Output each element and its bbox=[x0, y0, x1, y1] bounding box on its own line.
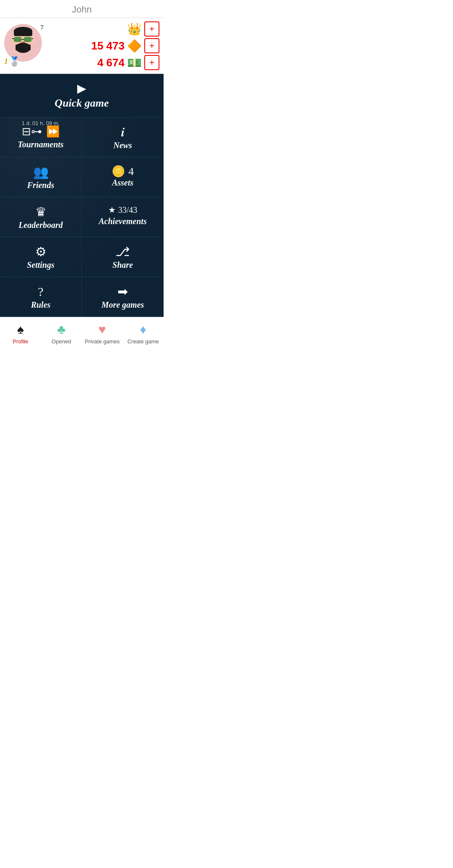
leaderboard-label: Leaderboard bbox=[18, 220, 63, 230]
tournaments-label: Tournaments bbox=[18, 140, 63, 149]
profile-bar: 7 1 🥈 👑 + 15 473 🔶 + 4 674 💵 + bbox=[0, 18, 164, 74]
bracket-icon: ⊟⊶ bbox=[22, 125, 42, 138]
gold-add-button[interactable]: + bbox=[144, 38, 159, 53]
star-icon: ★ bbox=[108, 205, 116, 215]
leaderboard-button[interactable]: ♛ Leaderboard bbox=[0, 197, 82, 237]
info-icon: 𝒊 bbox=[86, 125, 159, 139]
username: John bbox=[72, 4, 92, 15]
main-area: ▶ Quick game 1 d. 01 h. 09 m. ⊟⊶ ⏩ Tourn… bbox=[0, 74, 164, 317]
achievements-button[interactable]: ★ 33/43 Achievements bbox=[82, 197, 164, 237]
achievements-label: Achievements bbox=[99, 217, 146, 226]
share-label: Share bbox=[112, 260, 133, 269]
gold-row: 15 473 🔶 + bbox=[45, 38, 159, 53]
rules-label: Rules bbox=[31, 300, 51, 309]
chips-icon: 🪙 bbox=[112, 165, 125, 178]
bottom-nav: ♠ Profile ♣ Opened ♥ Private games ♦ Cre… bbox=[0, 317, 164, 350]
assets-button[interactable]: 🪙 4 Assets bbox=[82, 157, 164, 197]
nav-create-game[interactable]: ♦ Create game bbox=[123, 317, 164, 350]
heart-icon: ♥ bbox=[99, 322, 106, 337]
assets-label: Assets bbox=[112, 178, 133, 187]
club-icon: ♣ bbox=[57, 322, 65, 337]
gold-amount: 15 473 bbox=[91, 39, 125, 52]
quick-game-label: Quick game bbox=[0, 97, 164, 110]
spade-icon: ♠ bbox=[17, 322, 24, 337]
crown-row: 👑 + bbox=[45, 21, 159, 37]
achievements-count-value: 33/43 bbox=[118, 205, 138, 215]
avatar-level: 7 bbox=[41, 24, 44, 31]
nav-private-games-label: Private games bbox=[85, 338, 120, 345]
achievements-count-row: ★ 33/43 bbox=[86, 205, 159, 215]
question-icon: ? bbox=[4, 285, 77, 298]
svg-rect-2 bbox=[14, 30, 32, 36]
nav-create-game-label: Create game bbox=[128, 338, 159, 345]
assets-count-value: 4 bbox=[128, 165, 134, 178]
tournament-icons: ⊟⊶ ⏩ bbox=[4, 125, 77, 138]
more-games-label: More games bbox=[102, 300, 144, 309]
crown-icon: 👑 bbox=[127, 22, 142, 36]
avatar-wrap: 7 1 🥈 bbox=[4, 24, 42, 68]
settings-button[interactable]: ⚙ Settings bbox=[0, 237, 82, 277]
friends-icon: 👥 bbox=[4, 165, 77, 179]
tournaments-button[interactable]: 1 d. 01 h. 09 m. ⊟⊶ ⏩ Tournaments bbox=[0, 118, 82, 157]
svg-rect-6 bbox=[24, 37, 31, 42]
rules-button[interactable]: ? Rules bbox=[0, 277, 82, 317]
gold-icon: 🔶 bbox=[127, 39, 142, 53]
svg-rect-5 bbox=[14, 37, 21, 42]
cash-icon: 💵 bbox=[127, 56, 142, 70]
share-button[interactable]: ⎇ Share bbox=[82, 237, 164, 277]
gear-icon: ⚙ bbox=[4, 245, 77, 259]
quick-game-button[interactable]: ▶ Quick game bbox=[0, 74, 164, 118]
nav-opened[interactable]: ♣ Opened bbox=[41, 317, 82, 350]
nav-private-games[interactable]: ♥ Private games bbox=[82, 317, 123, 350]
assets-count-row: 🪙 4 bbox=[86, 165, 159, 178]
settings-label: Settings bbox=[27, 260, 55, 269]
more-games-button[interactable]: ➡ More games bbox=[82, 277, 164, 317]
header: John bbox=[0, 0, 164, 18]
crown-menu-icon: ♛ bbox=[4, 205, 77, 219]
friends-button[interactable]: 👥 Friends bbox=[0, 157, 82, 197]
nav-profile[interactable]: ♠ Profile bbox=[0, 317, 41, 350]
rank-number: 1 bbox=[4, 57, 8, 66]
menu-grid: 1 d. 01 h. 09 m. ⊟⊶ ⏩ Tournaments 𝒊 News… bbox=[0, 118, 164, 317]
nav-profile-label: Profile bbox=[13, 338, 28, 345]
nav-opened-label: Opened bbox=[52, 338, 71, 345]
stats-area: 👑 + 15 473 🔶 + 4 674 💵 + bbox=[45, 21, 159, 70]
share-icon: ⎇ bbox=[86, 245, 159, 259]
avatar-svg bbox=[6, 26, 40, 60]
cash-add-button[interactable]: + bbox=[144, 55, 159, 70]
cash-row: 4 674 💵 + bbox=[45, 55, 159, 70]
forward-arrow-icon: ⏩ bbox=[46, 125, 60, 138]
news-label: News bbox=[113, 141, 132, 150]
diamond-icon: ♦ bbox=[140, 322, 146, 337]
avatar-rank: 1 🥈 bbox=[4, 56, 20, 67]
news-button[interactable]: 𝒊 News bbox=[82, 118, 164, 157]
cash-amount: 4 674 bbox=[97, 56, 125, 69]
play-icon: ▶ bbox=[0, 81, 164, 95]
badge-icon: 🥈 bbox=[9, 56, 20, 67]
arrow-right-icon: ➡ bbox=[86, 285, 159, 298]
friends-label: Friends bbox=[27, 180, 54, 190]
svg-point-14 bbox=[22, 43, 29, 46]
crown-add-button[interactable]: + bbox=[144, 21, 159, 37]
tournament-timer: 1 d. 01 h. 09 m. bbox=[0, 120, 81, 126]
